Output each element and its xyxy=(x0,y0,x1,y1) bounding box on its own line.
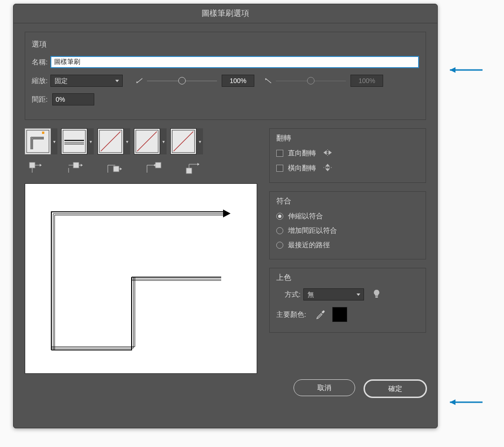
svg-rect-14 xyxy=(113,166,119,172)
scale-mode-select[interactable]: 固定 xyxy=(50,75,123,87)
scale-max-slider-block xyxy=(261,75,388,87)
svg-rect-16 xyxy=(186,168,192,174)
apply-inner-corner-icon xyxy=(106,161,124,175)
tile-side-menu[interactable]: ▾ xyxy=(87,128,94,154)
tile-end-menu[interactable]: ▾ xyxy=(196,128,203,154)
spacing-label: 間距: xyxy=(32,95,48,104)
scale-min-slider[interactable] xyxy=(147,81,217,81)
scale-label: 縮放: xyxy=(32,77,48,85)
colorize-section-label: 上色 xyxy=(276,273,419,283)
pattern-brush-options-dialog: 圖樣筆刷選項 選項 名稱: 縮放: 固定 xyxy=(13,4,438,428)
tile-inner-corner-menu[interactable]: ▾ xyxy=(124,128,130,154)
flip-section-label: 翻轉 xyxy=(276,133,419,143)
scale-max-slider xyxy=(276,81,346,81)
fit-option-0[interactable] xyxy=(276,213,283,220)
flip-along-label: 橫向翻轉 xyxy=(288,164,316,173)
flip-across-icon xyxy=(322,149,333,158)
dialog-footer: 取消 確定 xyxy=(14,379,437,408)
tile-outer-corner-menu[interactable]: ▾ xyxy=(51,128,57,154)
fit-section-label: 符合 xyxy=(276,196,419,206)
apply-outer-corner-icon xyxy=(28,161,45,175)
scale-row: 縮放: 固定 xyxy=(32,75,419,87)
callout-arrow-name xyxy=(443,63,485,77)
options-section-label: 選項 xyxy=(32,40,419,49)
apply-side-icon xyxy=(67,161,84,175)
svg-rect-1 xyxy=(42,132,44,134)
tile-end[interactable] xyxy=(170,128,196,154)
eyedropper-icon[interactable] xyxy=(315,309,326,321)
flip-across-label: 直向翻轉 xyxy=(288,149,316,158)
scale-down-icon xyxy=(136,77,143,84)
scale-min-slider-block xyxy=(132,75,259,87)
scale-min-value[interactable] xyxy=(222,75,254,87)
spacing-value[interactable] xyxy=(52,93,94,105)
tile-outer-corner[interactable] xyxy=(25,128,51,154)
svg-rect-12 xyxy=(29,162,35,168)
colorize-method-select[interactable]: 無 xyxy=(303,288,364,300)
svg-rect-0 xyxy=(27,130,49,153)
flip-along-icon xyxy=(322,163,333,173)
cancel-button[interactable]: 取消 xyxy=(294,379,355,396)
scale-max-value xyxy=(350,75,383,87)
svg-line-9 xyxy=(137,132,157,151)
tips-icon[interactable] xyxy=(372,289,381,300)
apply-end-icon xyxy=(184,161,202,175)
scale-up-icon xyxy=(265,77,272,84)
flip-group: 翻轉 直向翻轉 xyxy=(269,128,426,183)
fit-option-2-label: 最接近的路徑 xyxy=(288,241,330,250)
ok-button[interactable]: 確定 xyxy=(364,379,427,398)
tile-inner-corner[interactable] xyxy=(98,128,124,154)
apply-start-icon xyxy=(145,161,163,175)
flip-along-checkbox[interactable] xyxy=(276,165,283,172)
tiles-and-preview: ▾ ▾ xyxy=(25,128,257,374)
tile-start[interactable] xyxy=(134,128,160,154)
tile-apply-icons xyxy=(28,161,257,175)
name-label: 名稱: xyxy=(32,58,48,67)
fit-group: 符合 伸縮以符合 增加間距以符合 最接近的路徑 xyxy=(269,191,426,259)
svg-line-11 xyxy=(174,132,193,151)
svg-rect-13 xyxy=(73,162,79,168)
flip-across-checkbox[interactable] xyxy=(276,150,283,157)
fit-option-1[interactable] xyxy=(276,227,283,234)
name-row: 名稱: xyxy=(32,56,419,68)
fit-option-1-label: 增加間距以符合 xyxy=(288,226,337,235)
fit-option-0-label: 伸縮以符合 xyxy=(288,212,323,221)
fit-option-2[interactable] xyxy=(276,242,283,249)
brush-name-input[interactable] xyxy=(50,56,419,68)
callout-arrow-ok xyxy=(443,396,485,409)
spacing-row: 間距: xyxy=(32,93,419,105)
tile-start-menu[interactable]: ▾ xyxy=(160,128,167,154)
colorize-method-label: 方式: xyxy=(285,290,301,299)
dialog-title: 圖樣筆刷選項 xyxy=(14,4,437,23)
svg-rect-15 xyxy=(155,162,161,168)
svg-rect-2 xyxy=(63,130,85,153)
svg-rect-19 xyxy=(375,296,378,298)
colorize-group: 上色 方式: 無 xyxy=(269,268,426,333)
options-group: 選項 名稱: 縮放: 固定 xyxy=(25,32,426,120)
key-color-label: 主要顏色: xyxy=(276,310,306,319)
key-color-swatch[interactable] xyxy=(332,307,347,322)
svg-line-7 xyxy=(101,132,120,151)
tile-side[interactable] xyxy=(61,128,87,154)
brush-preview xyxy=(25,183,257,374)
tile-picker-row: ▾ ▾ xyxy=(25,128,257,154)
